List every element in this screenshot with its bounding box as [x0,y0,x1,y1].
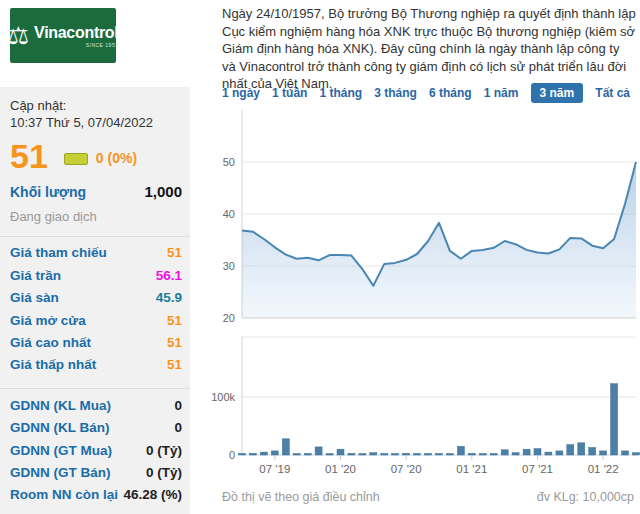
stat-value: 51 [167,313,182,328]
svg-text:01 '20: 01 '20 [325,463,356,475]
foreign-row: Room NN còn lại 46.28 (%) [0,484,190,506]
volume-row: Khối lượng 1,000 [0,175,190,200]
svg-text:07 '20: 07 '20 [391,463,422,475]
foreign-value: 46.28 (%) [123,487,182,502]
foreign-row: GDNN (KL Mua) 0 [0,394,190,416]
btn-1-tuan[interactable]: 1 tuần [272,83,307,103]
stat-label: Giá mở cửa [10,313,86,328]
btn-1-nam[interactable]: 1 năm [484,83,519,103]
stock-widget: ⚖ Vinacontrol SINCE 1957 Ngày 24/10/1957… [0,0,640,514]
updated-label: Cập nhật: [10,97,180,114]
svg-text:30: 30 [223,260,235,272]
stat-row: Giá trần 56.1 [0,264,190,286]
chart-footnote: Đồ thị vẽ theo giá điều chỉnh [222,490,380,504]
btn-3-thang[interactable]: 3 tháng [374,83,417,103]
brand-logo: ⚖ Vinacontrol SINCE 1957 [10,8,116,63]
stat-label: Giá thấp nhất [10,357,96,372]
foreign-label: GDNN (KL Bán) [10,420,110,435]
stat-row: Giá cao nhất 51 [0,331,190,353]
volume-label: Khối lượng [10,184,86,200]
brand-name: Vinacontrol [34,24,118,42]
last-price: 51 [10,139,48,175]
svg-text:100k: 100k [211,391,235,403]
volume-chart: 0100k07 '1901 '2007 '2001 '2107 '2101 '2… [210,330,640,480]
svg-text:07 '21: 07 '21 [522,463,553,475]
price-box: 51 0 (0%) [0,131,190,175]
svg-text:20: 20 [223,312,235,324]
volume-unit-note: đv KLg: 10,000cp [537,490,634,504]
foreign-value: 0 (Tỷ) [146,465,182,480]
foreign-value: 0 (Tỷ) [146,443,182,458]
foreign-value: 0 [174,398,182,413]
stat-value: 51 [167,335,182,350]
svg-text:0: 0 [229,449,235,461]
stat-label: Giá trần [10,268,61,283]
foreign-value: 0 [174,420,182,435]
session-status: Đang giao dịch [0,200,190,224]
range-selector: 1 ngày 1 tuần 1 tháng 3 tháng 6 tháng 1 … [222,82,630,103]
svg-text:50: 50 [223,156,235,168]
btn-1-thang[interactable]: 1 tháng [320,83,363,103]
stat-value: 45.9 [156,290,182,305]
stat-value: 56.1 [156,268,182,283]
foreign-row: GDNN (KL Bán) 0 [0,416,190,438]
stat-label: Giá sàn [10,290,59,305]
price-chart: 50403020 [210,105,640,323]
stat-row: Giá mở cửa 51 [0,309,190,331]
stat-row: Giá tham chiếu 51 [0,242,190,264]
btn-tat-ca[interactable]: Tất cả [595,83,630,103]
stat-row: Giá thấp nhất 51 [0,354,190,376]
unchanged-icon [64,153,88,165]
brand-since: SINCE 1957 [86,42,119,48]
btn-6-thang[interactable]: 6 tháng [429,83,472,103]
company-description: Ngày 24/10/1957, Bộ trưởng Bộ Thương ngh… [222,5,636,93]
divider [0,236,190,237]
volume-value: 1,000 [144,183,182,200]
svg-text:07 '19: 07 '19 [259,463,290,475]
svg-text:01 '21: 01 '21 [456,463,487,475]
quote-sidebar: Cập nhật: 10:37 Thứ 5, 07/04/2022 51 0 (… [0,87,190,514]
foreign-label: GDNN (GT Mua) [10,443,112,458]
updated-time: 10:37 Thứ 5, 07/04/2022 [10,114,180,131]
price-change: 0 (0%) [96,150,137,166]
stat-value: 51 [167,357,182,372]
btn-3-nam[interactable]: 3 năm [531,83,584,103]
svg-text:01 '22: 01 '22 [588,463,619,475]
stat-value: 51 [167,245,182,260]
svg-text:40: 40 [223,208,235,220]
stat-label: Giá cao nhất [10,335,91,350]
foreign-label: GDNN (KL Mua) [10,398,111,413]
divider [0,388,190,389]
scales-icon: ⚖ [8,24,30,48]
btn-1-ngay[interactable]: 1 ngày [222,83,260,103]
foreign-label: Room NN còn lại [10,487,118,502]
stat-label: Giá tham chiếu [10,245,107,260]
foreign-label: GDNN (GT Bán) [10,465,111,480]
foreign-row: GDNN (GT Mua) 0 (Tỷ) [0,439,190,461]
foreign-row: GDNN (GT Bán) 0 (Tỷ) [0,461,190,483]
stat-row: Giá sàn 45.9 [0,286,190,308]
